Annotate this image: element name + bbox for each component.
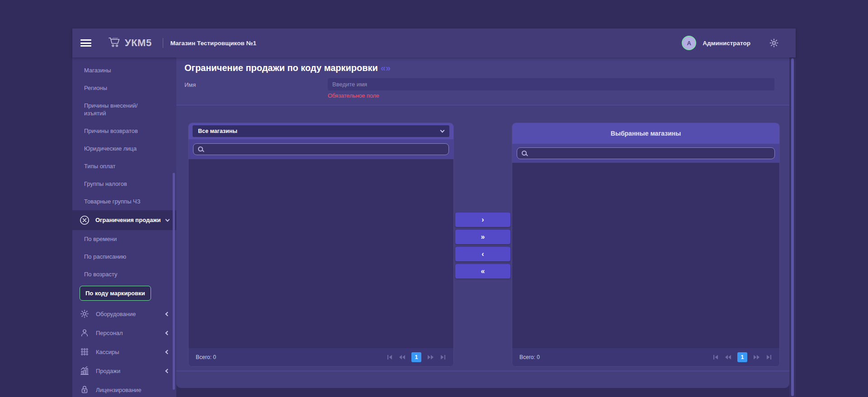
sidebar-item-payment-types[interactable]: Типы оплат [72, 157, 176, 175]
gear-icon [80, 309, 90, 319]
move-right-button[interactable]: › [455, 213, 510, 227]
stores-dropdown-row: Все магазины [189, 123, 453, 139]
header-divider [163, 38, 163, 48]
right-pagination: 1 [712, 352, 772, 362]
sidebar-item-regions[interactable]: Регионы [72, 79, 176, 97]
chevron-down-icon [165, 217, 170, 222]
chevron-left-icon [165, 331, 170, 335]
left-search-box[interactable] [193, 143, 449, 155]
first-page-icon[interactable] [712, 354, 719, 360]
page-scrollbar-track[interactable] [789, 57, 796, 397]
page-title: Ограничение продажи по коду маркировки«» [184, 63, 781, 73]
search-icon [198, 146, 204, 152]
transfer-lists-section: Все магазины Всего: 0 [176, 105, 789, 366]
left-total-count: Всего: 0 [196, 354, 216, 360]
required-field-error: Обязательное поле [328, 93, 774, 99]
selected-stores-panel: Выбранные магазины Всего: 0 1 [512, 123, 779, 366]
chevron-left-icon [165, 369, 170, 373]
sidebar-item-licensing[interactable]: Лицензирование [72, 380, 176, 397]
sidebar-item-by-age[interactable]: По возрасту [72, 265, 176, 283]
bar-chart-icon [80, 366, 90, 376]
sidebar-item-personnel[interactable]: Персонал [72, 323, 176, 342]
hamburger-menu-icon[interactable] [80, 39, 91, 47]
next-page-icon[interactable] [427, 354, 434, 360]
app-logo: УКМ5 [108, 36, 152, 50]
chevron-left-icon [165, 350, 170, 354]
sidebar-item-deposit-withdrawal-reasons[interactable]: Причины внесений/изъятий [72, 97, 176, 122]
dropdown-value: Все магазины [198, 128, 237, 134]
sidebar-section-label: Ограничения продажи [95, 217, 161, 224]
prev-page-icon[interactable] [725, 354, 731, 360]
name-field-label: Имя [184, 78, 328, 88]
right-search-input[interactable] [531, 150, 770, 157]
settings-gear-icon[interactable] [769, 38, 779, 48]
sidebar-item-equipment[interactable]: Оборудование [72, 304, 176, 323]
user-name[interactable]: Администратор [703, 40, 750, 47]
transfer-buttons: › » ‹ « [453, 123, 512, 366]
move-left-button[interactable]: ‹ [455, 247, 510, 261]
sidebar-item-tax-groups[interactable]: Группы налогов [72, 175, 176, 193]
current-page[interactable]: 1 [737, 352, 747, 362]
chevron-down-icon [440, 128, 445, 133]
chevron-left-icon [165, 312, 170, 316]
main-content: Ограничение продажи по коду маркировки«»… [176, 57, 789, 397]
sidebar-item-cashiers[interactable]: Кассиры [72, 342, 176, 361]
sidebar-item-by-time[interactable]: По времени [72, 230, 176, 248]
page-scrollbar-thumb[interactable] [791, 58, 794, 396]
sidebar-nav: Магазины Регионы Причины внесений/изъяти… [72, 57, 176, 397]
sidebar-item-return-reasons[interactable]: Причины возвратов [72, 122, 176, 140]
right-panel-list[interactable] [512, 163, 779, 348]
sidebar-item-sales[interactable]: Продажи [72, 361, 176, 380]
right-total-count: Всего: 0 [519, 354, 540, 360]
form-section: Ограничение продажи по коду маркировки«»… [176, 57, 789, 105]
name-input[interactable] [328, 78, 774, 90]
sidebar-item-stores[interactable]: Магазины [72, 57, 176, 79]
available-stores-panel: Все магазины Всего: 0 [189, 123, 453, 366]
keypad-icon [80, 347, 90, 357]
lock-icon [80, 385, 90, 395]
sidebar-section-sale-restrictions[interactable]: Ограничения продажи [72, 210, 176, 230]
sidebar-item-product-groups[interactable]: Товарные группы ЧЗ [72, 193, 176, 210]
left-search-input[interactable] [207, 146, 444, 153]
right-panel-footer: Всего: 0 1 [512, 348, 779, 366]
app-window: УКМ5 Магазин Тестировщиков №1 A Админист… [72, 28, 796, 397]
content-card: Ограничение продажи по коду маркировки«»… [176, 57, 789, 388]
person-icon [80, 328, 90, 338]
store-name: Магазин Тестировщиков №1 [170, 40, 256, 47]
last-page-icon[interactable] [766, 354, 772, 360]
next-page-icon[interactable] [753, 354, 760, 360]
top-header: УКМ5 Магазин Тестировщиков №1 A Админист… [72, 28, 796, 57]
move-all-left-button[interactable]: « [455, 264, 510, 279]
sidebar-item-by-schedule[interactable]: По расписанию [72, 248, 176, 265]
prev-page-icon[interactable] [399, 354, 406, 360]
move-all-right-button[interactable]: » [455, 230, 510, 244]
search-icon [521, 150, 528, 156]
current-page[interactable]: 1 [411, 352, 421, 362]
card-bottom-divider [176, 371, 789, 371]
selected-stores-header: Выбранные магазины [512, 123, 779, 144]
title-guillemets: «» [381, 63, 391, 73]
sidebar-item-legal-entities[interactable]: Юридические лица [72, 140, 176, 157]
all-stores-dropdown[interactable]: Все магазины [193, 125, 449, 137]
left-panel-list[interactable] [189, 159, 453, 348]
left-search-row [189, 139, 453, 159]
left-panel-footer: Всего: 0 1 [189, 348, 453, 366]
left-pagination: 1 [387, 352, 446, 362]
first-page-icon[interactable] [387, 354, 393, 360]
sidebar-scrollbar[interactable] [173, 173, 175, 390]
cart-icon [108, 36, 121, 50]
circle-x-icon [79, 214, 90, 226]
last-page-icon[interactable] [440, 354, 446, 360]
right-search-row [512, 144, 779, 163]
right-search-box[interactable] [517, 147, 775, 159]
user-avatar[interactable]: A [682, 36, 696, 50]
logo-text: УКМ5 [125, 37, 152, 49]
sidebar-item-by-marking-code-active[interactable]: По коду маркировки [80, 286, 151, 301]
